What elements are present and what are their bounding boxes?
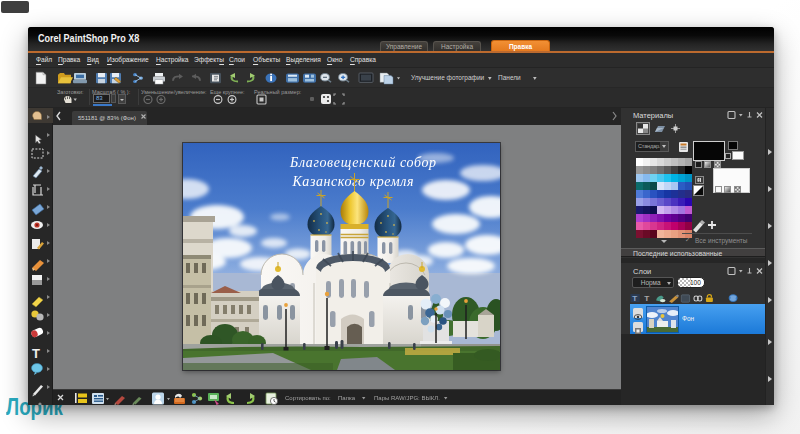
svg-text:T: T: [644, 294, 649, 302]
svg-text:T: T: [32, 346, 40, 361]
svg-text:Казанского кремля: Казанского кремля: [292, 174, 414, 189]
svg-text:Благовещенский собор: Благовещенский собор: [289, 155, 436, 170]
svg-text:T: T: [632, 294, 637, 302]
